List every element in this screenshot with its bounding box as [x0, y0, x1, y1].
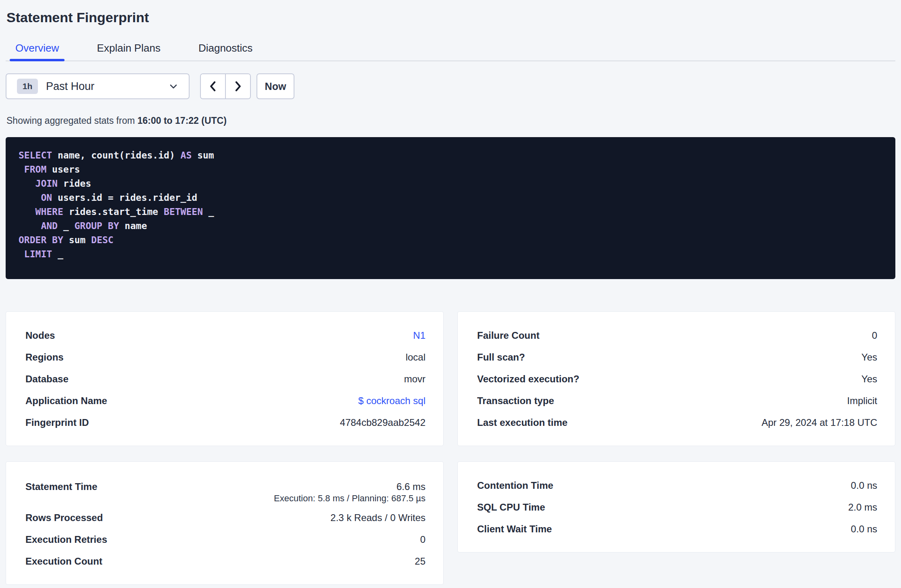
statement-attributes-card: NodesN1RegionslocalDatabasemovrApplicati…	[6, 311, 444, 446]
aggregation-summary: Showing aggregated stats from 16:00 to 1…	[6, 115, 895, 126]
chevron-down-icon	[169, 81, 178, 91]
stat-subvalue: Execution: 5.8 ms / Planning: 687.5 µs	[25, 492, 425, 505]
sql-text	[19, 206, 35, 217]
statement-fingerprint-page: Statement Fingerprint Overview Explain P…	[0, 8, 901, 585]
stat-value: 0	[872, 330, 877, 341]
chevron-left-icon	[207, 79, 219, 93]
stat-value: 25	[415, 556, 425, 567]
stat-row: Execution Count25	[25, 550, 425, 572]
sql-text: _	[52, 249, 63, 259]
stat-value: 2.3 k Reads / 0 Writes	[330, 512, 425, 523]
sql-keyword: FROM	[24, 164, 46, 175]
sql-text: users	[46, 164, 80, 175]
stat-label: Fingerprint ID	[25, 417, 89, 428]
stat-label: SQL CPU Time	[477, 502, 545, 513]
stat-row: Last execution timeApr 29, 2024 at 17:18…	[477, 412, 877, 434]
now-button[interactable]: Now	[257, 73, 294, 99]
tab-overview[interactable]: Overview	[10, 41, 65, 60]
sql-text: rides.start_time	[63, 206, 164, 217]
stat-value: 2.0 ms	[848, 502, 877, 513]
page-title: Statement Fingerprint	[6, 8, 895, 27]
stat-row: Regionslocal	[25, 346, 425, 368]
stat-value: movr	[404, 373, 425, 385]
sql-text: users.id = rides.rider_id	[52, 192, 197, 203]
previous-time-button[interactable]	[201, 74, 225, 98]
tab-bar: Overview Explain Plans Diagnostics	[6, 41, 895, 61]
aggregation-summary-prefix: Showing aggregated stats from	[6, 115, 138, 126]
sql-text: name, count(rides.id)	[52, 150, 181, 161]
sql-text	[19, 178, 35, 189]
stat-label: Nodes	[25, 330, 55, 341]
sql-keyword: JOIN	[35, 178, 58, 189]
sql-text: sum	[63, 235, 91, 245]
tab-diagnostics[interactable]: Diagnostics	[193, 41, 258, 60]
stat-label: Vectorized execution?	[477, 373, 579, 385]
stat-label: Statement Time	[25, 481, 97, 492]
time-step-button-group	[200, 73, 251, 99]
stat-value: Apr 29, 2024 at 17:18 UTC	[761, 417, 877, 428]
stat-value-link[interactable]: N1	[413, 330, 425, 341]
stat-label: Failure Count	[477, 330, 540, 341]
stat-label: Last execution time	[477, 417, 567, 428]
sql-statement-fingerprint-box: SELECT name, count(rides.id) AS sum FROM…	[6, 137, 895, 279]
sql-text	[19, 249, 24, 259]
sql-keyword: BETWEEN	[164, 206, 203, 217]
stat-value: 4784cb829aab2542	[340, 417, 425, 428]
stat-value: 0	[420, 534, 425, 545]
time-range-dropdown[interactable]: 1h Past Hour	[6, 73, 190, 99]
stat-value: 0.0 ns	[851, 523, 877, 535]
tab-explain-plans[interactable]: Explain Plans	[91, 41, 166, 60]
stat-label: Execution Count	[25, 556, 102, 567]
stat-label: Execution Retries	[25, 534, 107, 545]
stat-row: NodesN1	[25, 325, 425, 346]
stat-row: Client Wait Time0.0 ns	[477, 518, 877, 540]
stat-value: Yes	[861, 373, 877, 385]
stat-label: Client Wait Time	[477, 523, 552, 535]
stat-value: local	[406, 352, 425, 363]
stat-row: Rows Processed2.3 k Reads / 0 Writes	[25, 507, 425, 529]
sql-keyword: LIMIT	[24, 249, 52, 259]
execution-attributes-card: Failure Count0Full scan?YesVectorized ex…	[457, 311, 895, 446]
sql-text	[19, 221, 41, 231]
stat-row: SQL CPU Time2.0 ms	[477, 496, 877, 518]
stat-row: Fingerprint ID4784cb829aab2542	[25, 412, 425, 434]
chevron-right-icon	[232, 79, 244, 93]
stat-label: Application Name	[25, 395, 107, 407]
stat-row: Contention Time0.0 ns	[477, 475, 877, 496]
sql-text	[19, 164, 24, 175]
stat-value: 6.6 ms	[396, 481, 425, 492]
sql-keyword: WHERE	[35, 206, 63, 217]
time-range-badge: 1h	[17, 79, 38, 94]
stat-label: Transaction type	[477, 395, 554, 407]
sql-text: sum	[192, 150, 214, 161]
stat-row: Statement Time6.6 ms	[25, 475, 425, 492]
wait-times-card: Contention Time0.0 nsSQL CPU Time2.0 msC…	[457, 461, 895, 553]
sql-keyword: AS	[181, 150, 192, 161]
stat-row: Vectorized execution?Yes	[477, 368, 877, 390]
stat-value: Yes	[861, 352, 877, 363]
stat-label: Regions	[25, 352, 64, 363]
sql-text: _	[203, 206, 214, 217]
sql-keyword: ON	[41, 192, 52, 203]
sql-keyword: SELECT	[19, 150, 52, 161]
time-picker-controls: 1h Past Hour	[6, 73, 895, 99]
sql-text: _	[58, 221, 75, 231]
sql-keyword: GROUP BY	[74, 221, 119, 231]
sql-text	[19, 192, 41, 203]
sql-text: rides	[58, 178, 91, 189]
stat-value: Implicit	[847, 395, 877, 407]
time-range-label: Past Hour	[46, 80, 94, 93]
sql-keyword: ORDER BY	[19, 235, 63, 245]
stat-label: Database	[25, 373, 69, 385]
stat-value-link[interactable]: $ cockroach sql	[358, 395, 425, 407]
stat-row: Execution Retries0	[25, 529, 425, 550]
sql-keyword: AND	[41, 221, 58, 231]
stat-row: Application Name$ cockroach sql	[25, 390, 425, 412]
next-time-button[interactable]	[225, 74, 250, 98]
sql-text: name	[119, 221, 147, 231]
stat-row: Failure Count0	[477, 325, 877, 346]
stat-row: Full scan?Yes	[477, 346, 877, 368]
aggregation-summary-range: 16:00 to 17:22 (UTC)	[138, 115, 227, 126]
stat-row: Databasemovr	[25, 368, 425, 390]
stat-row: Transaction typeImplicit	[477, 390, 877, 412]
